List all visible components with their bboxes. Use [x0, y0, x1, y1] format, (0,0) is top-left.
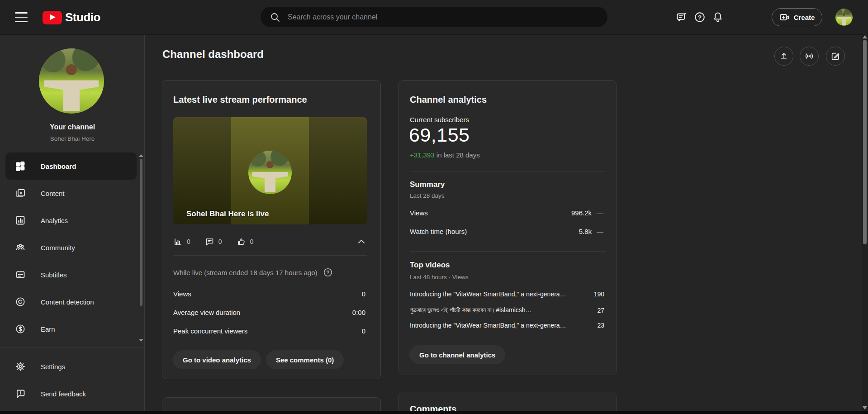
card-divider [410, 171, 606, 171]
topbar: Studio ? Create [0, 0, 868, 34]
scroll-down-icon[interactable] [863, 406, 867, 409]
dashboard-icon [15, 161, 26, 171]
summary-label: Views [410, 209, 571, 217]
summary-period: Last 28 days [410, 192, 445, 199]
notifications-bell-icon[interactable] [712, 11, 724, 23]
search-icon [270, 12, 280, 23]
edit-pencil-icon [830, 51, 840, 61]
sidebar: Your channel Sohel Bhai Here Dashboard C… [0, 34, 145, 414]
channel-search[interactable] [261, 7, 607, 27]
live-stream-thumbnail[interactable]: Sohel Bhai Here is live [173, 117, 367, 224]
svg-text:?: ? [698, 14, 702, 21]
edit-button[interactable] [826, 47, 845, 66]
upload-video-button[interactable] [774, 47, 793, 66]
go-live-button[interactable] [800, 47, 819, 66]
video-title: Introducing the "VitaWear SmartBand," a … [410, 322, 584, 329]
channel-avatar[interactable] [39, 48, 104, 114]
top-video-row[interactable]: Introducing the "VitaWear SmartBand," a … [410, 322, 604, 329]
video-views: 23 [591, 322, 604, 329]
sidebar-item-content-detection[interactable]: Content detection [0, 288, 137, 315]
metric-row: Views 0 [173, 290, 365, 298]
analytics-card-title: Channel analytics [410, 95, 487, 105]
sidebar-item-analytics[interactable]: Analytics [0, 207, 137, 234]
live-stream-performance-card: Latest live stream performance Sohel Bha… [162, 80, 381, 379]
likes-count: 0 [250, 238, 254, 245]
your-channel-label: Your channel [0, 123, 145, 131]
sidebar-item-content[interactable]: Content [0, 180, 137, 207]
trend-dash: — [592, 209, 603, 217]
live-card-title: Latest live stream performance [173, 95, 307, 105]
subscribers-delta: +31,393 in last 28 days [410, 151, 480, 159]
likes-stat: 0 [237, 237, 254, 247]
channel-name: Sohel Bhai Here [0, 135, 145, 142]
search-input[interactable] [288, 13, 598, 21]
video-views: 190 [591, 290, 604, 298]
svg-text:?: ? [326, 270, 329, 275]
go-to-channel-analytics-button[interactable]: Go to channel analytics [409, 345, 505, 364]
metric-value: 0:00 [352, 309, 365, 316]
earn-icon [15, 324, 26, 334]
collapse-chevron-up-icon[interactable] [356, 236, 367, 247]
views-bar-icon [173, 237, 183, 247]
video-views: 27 [591, 307, 604, 314]
sidebar-scrollbar-thumb[interactable] [140, 159, 142, 306]
create-button[interactable]: Create [772, 8, 822, 26]
help-icon[interactable]: ? [694, 11, 706, 23]
sidebar-item-label: Subtitles [41, 271, 67, 279]
menu-hamburger-icon[interactable] [15, 12, 28, 22]
top-video-row[interactable]: শুক্রবারে ভুলেও এই পাঁচটি কাজ করবেন না।#… [410, 306, 604, 314]
comments-bubble-icon [205, 237, 214, 247]
sidebar-item-community[interactable]: Community [0, 234, 137, 261]
youtube-studio-logo[interactable]: Studio [43, 10, 100, 24]
sidebar-item-label: Dashboard [41, 162, 76, 170]
stream-caption: Sohel Bhai Here is live [186, 209, 269, 219]
metric-label: Views [173, 290, 191, 298]
metric-row: Average view duration 0:00 [173, 309, 365, 316]
scrollbar-thumb[interactable] [863, 40, 867, 244]
channel-analytics-card: Channel analytics Current subscribers 69… [398, 80, 617, 375]
metric-label: Average view duration [173, 309, 240, 316]
views-stat: 0 [173, 237, 190, 247]
sidebar-item-dashboard[interactable]: Dashboard [5, 152, 137, 180]
community-icon [15, 242, 26, 253]
sidebar-item-earn[interactable]: Earn [0, 315, 137, 343]
sidebar-scroll-down-icon[interactable] [139, 339, 143, 342]
sidebar-item-label: Settings [41, 363, 65, 371]
account-avatar[interactable] [835, 9, 853, 26]
see-comments-button[interactable]: See comments (0) [266, 350, 344, 369]
content-icon [15, 188, 26, 199]
summary-label: Watch time (hours) [410, 228, 579, 235]
page-title: Channel dashboard [162, 48, 264, 61]
summary-row: Watch time (hours) 5.8k — [410, 228, 603, 235]
top-videos-period: Last 48 hours · Views [410, 274, 469, 281]
sidebar-item-label: Earn [41, 325, 55, 333]
send-feedback-icon [15, 388, 26, 399]
top-video-row[interactable]: Introducing the "VitaWear SmartBand," a … [410, 290, 604, 298]
scroll-up-icon[interactable] [863, 35, 867, 38]
trend-dash: — [592, 228, 603, 235]
page-scrollbar [862, 34, 868, 411]
metric-label: Peak concurrent viewers [173, 327, 247, 335]
delta-value: +31,393 [410, 151, 435, 159]
go-to-video-analytics-button[interactable]: Go to video analytics [173, 350, 261, 369]
sidebar-divider [0, 347, 144, 347]
feedback-icon[interactable] [676, 11, 688, 23]
bottom-edge-strip [0, 411, 868, 414]
sidebar-item-label: Content detection [41, 298, 94, 306]
stream-stats-row: 0 0 0 [173, 236, 367, 247]
sidebar-item-send-feedback[interactable]: Send feedback [0, 380, 137, 407]
sidebar-item-settings[interactable]: Settings [0, 353, 137, 380]
metric-value: 0 [362, 290, 365, 298]
while-live-text: While live (stream ended 18 days 17 hour… [173, 269, 318, 276]
metric-row: Peak concurrent viewers 0 [173, 327, 365, 335]
content-detection-icon [15, 296, 26, 307]
help-circle-icon[interactable]: ? [323, 267, 333, 277]
sidebar-item-subtitles[interactable]: Subtitles [0, 261, 137, 288]
summary-row: Views 996.2k — [410, 209, 603, 217]
subtitles-icon [15, 269, 26, 280]
settings-icon [15, 361, 26, 372]
main-content: Channel dashboard Latest live stream per… [145, 34, 862, 414]
sidebar-scroll-up-icon[interactable] [139, 154, 143, 157]
create-video-icon [779, 12, 790, 23]
youtube-play-icon [43, 11, 62, 24]
